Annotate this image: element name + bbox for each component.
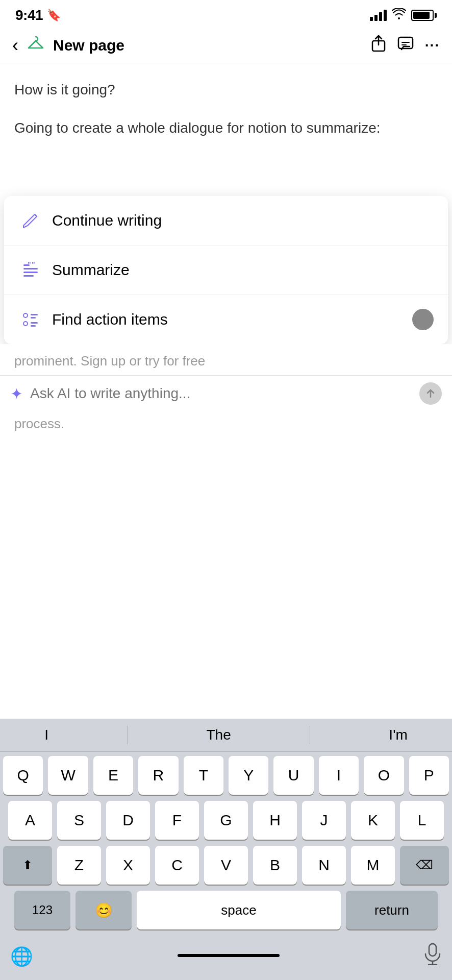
key-Y[interactable]: Y	[229, 756, 268, 795]
key-H[interactable]: H	[253, 801, 297, 840]
ai-menu-popup: Continue writing " " Summarize	[4, 196, 448, 344]
wifi-icon	[392, 8, 406, 22]
globe-icon[interactable]: 🌐	[10, 946, 33, 967]
key-T[interactable]: T	[184, 756, 223, 795]
page-icon	[27, 35, 45, 56]
signal-bars-icon	[370, 10, 387, 21]
content-area: How is it going? Going to create a whole…	[0, 63, 452, 196]
more-button[interactable]: ···	[425, 37, 440, 54]
keyboard-row-4: 123 😊 space return	[3, 891, 449, 929]
shift-key[interactable]: ⬆	[3, 846, 52, 885]
svg-rect-12	[31, 322, 38, 324]
suggestion-I[interactable]: I	[34, 727, 59, 743]
status-right	[370, 8, 437, 22]
svg-point-8	[23, 313, 28, 317]
key-V[interactable]: V	[204, 846, 248, 885]
key-Q[interactable]: Q	[3, 756, 43, 795]
key-L[interactable]: L	[400, 801, 444, 840]
scroll-indicator	[412, 309, 434, 330]
nav-right: ···	[371, 35, 440, 56]
emoji-key[interactable]: 😊	[76, 891, 132, 929]
comment-button[interactable]	[397, 35, 414, 55]
return-key[interactable]: return	[346, 891, 438, 929]
keyboard-bottom: 🌐	[0, 938, 452, 980]
content-text-1: How is it going?	[14, 79, 438, 102]
svg-rect-13	[31, 325, 36, 327]
content-spacer	[14, 155, 438, 196]
key-K[interactable]: K	[351, 801, 395, 840]
find-action-items-label: Find action items	[52, 311, 168, 328]
key-S[interactable]: S	[57, 801, 101, 840]
status-bar: 9:41 🔖	[0, 0, 452, 28]
ai-send-button[interactable]	[419, 382, 442, 405]
content-text-2: Going to create a whole dialogue for not…	[14, 117, 438, 140]
keyboard-suggestions: I The I'm	[0, 719, 452, 752]
svg-point-9	[23, 322, 28, 326]
key-E[interactable]: E	[93, 756, 133, 795]
keyboard-row-1: Q W E R T Y U I O P	[3, 756, 449, 795]
svg-text:": "	[32, 261, 35, 268]
svg-rect-11	[31, 317, 36, 318]
key-B[interactable]: B	[253, 846, 297, 885]
key-X[interactable]: X	[106, 846, 150, 885]
key-Z[interactable]: Z	[57, 846, 101, 885]
summarize-label: Summarize	[52, 261, 130, 279]
keyboard-rows: Q W E R T Y U I O P A S D F G H J K L ⬆ …	[0, 752, 452, 938]
key-J[interactable]: J	[302, 801, 346, 840]
ai-input-bar[interactable]: ✦	[0, 375, 452, 412]
key-U[interactable]: U	[273, 756, 313, 795]
content-block-1: How is it going?	[14, 79, 438, 102]
svg-rect-14	[429, 944, 436, 956]
key-W[interactable]: W	[48, 756, 88, 795]
keyboard-row-2: A S D F G H J K L	[3, 801, 449, 840]
home-indicator	[178, 954, 280, 957]
continue-writing-label: Continue writing	[52, 212, 162, 229]
status-time: 9:41	[15, 7, 43, 23]
numbers-key[interactable]: 123	[14, 891, 70, 929]
key-C[interactable]: C	[155, 846, 199, 885]
key-O[interactable]: O	[364, 756, 404, 795]
find-action-items-icon	[19, 308, 42, 331]
backspace-key[interactable]: ⌫	[400, 846, 449, 885]
continue-writing-icon	[19, 209, 42, 232]
key-P[interactable]: P	[409, 756, 449, 795]
page-title: New page	[53, 37, 124, 54]
nav-left: ‹ New page	[12, 35, 124, 56]
key-F[interactable]: F	[155, 801, 199, 840]
bg-text: prominent. Sign up or try for free	[14, 351, 438, 371]
below-input-content: process.	[0, 412, 452, 439]
bookmark-icon: 🔖	[47, 9, 61, 22]
bg-content: prominent. Sign up or try for free	[0, 344, 452, 375]
key-D[interactable]: D	[106, 801, 150, 840]
keyboard-area: I The I'm Q W E R T Y U I O P A S D F G …	[0, 719, 452, 980]
below-text: process.	[14, 416, 438, 432]
key-I[interactable]: I	[319, 756, 359, 795]
ai-text-input[interactable]	[30, 385, 419, 402]
ai-sparkle-icon: ✦	[10, 385, 23, 403]
key-N[interactable]: N	[302, 846, 346, 885]
battery-icon	[411, 10, 437, 21]
summarize-icon: " "	[19, 259, 42, 281]
suggestion-divider-1	[127, 726, 128, 744]
content-block-2: Going to create a whole dialogue for not…	[14, 117, 438, 140]
back-button[interactable]: ‹	[12, 35, 18, 56]
key-M[interactable]: M	[351, 846, 395, 885]
svg-rect-4	[23, 272, 38, 273]
svg-rect-10	[31, 314, 38, 315]
suggestion-Im[interactable]: I'm	[379, 727, 417, 743]
continue-writing-item[interactable]: Continue writing	[4, 196, 448, 246]
nav-bar: ‹ New page ···	[0, 28, 452, 63]
summarize-item[interactable]: " " Summarize	[4, 246, 448, 295]
suggestion-The[interactable]: The	[196, 727, 241, 743]
key-R[interactable]: R	[138, 756, 178, 795]
find-action-items-item[interactable]: Find action items	[4, 295, 448, 344]
key-A[interactable]: A	[8, 801, 52, 840]
svg-text:": "	[28, 261, 31, 268]
svg-rect-5	[23, 275, 34, 277]
suggestion-divider-2	[310, 726, 310, 744]
space-key[interactable]: space	[137, 891, 341, 929]
keyboard-row-3: ⬆ Z X C V B N M ⌫	[3, 846, 449, 885]
share-button[interactable]	[371, 35, 386, 56]
mic-icon[interactable]	[423, 943, 442, 970]
key-G[interactable]: G	[204, 801, 248, 840]
